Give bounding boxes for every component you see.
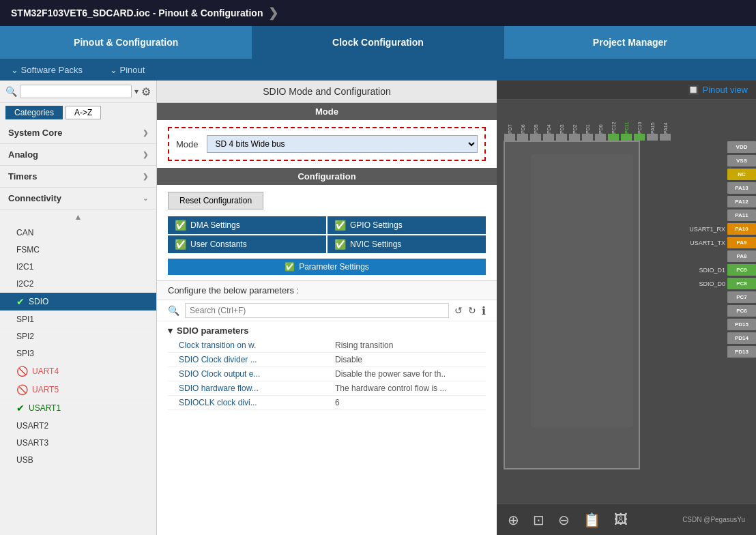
check-icon: ✅ bbox=[334, 239, 346, 250]
sidebar-item-i2c2[interactable]: I2C2 bbox=[0, 276, 156, 293]
expand-icon[interactable]: ▲ bbox=[0, 209, 156, 225]
screenshot-icon[interactable]: 🖼 bbox=[614, 512, 628, 527]
pin-row-vdd: VDD bbox=[689, 141, 756, 154]
settings-grid: ✅ DMA Settings ✅ GPIO Settings ✅ User Co… bbox=[168, 216, 486, 253]
tab-pinout[interactable]: Pinout & Configuration bbox=[0, 26, 252, 59]
title-text: STM32F103VET6_SDCARD.ioc - Pinout & Conf… bbox=[11, 8, 263, 18]
sidebar-search-bar: 🔍 ▾ ⚙ bbox=[0, 81, 156, 103]
sidebar-item-usart1[interactable]: ✔ USART1 bbox=[0, 399, 156, 418]
info-icon[interactable]: ℹ bbox=[482, 304, 486, 317]
pinout-toolbar: ⊕ ⊡ ⊖ 📋 🖼 CSDN @PegasusYu bbox=[497, 504, 756, 535]
sidebar-item-usb[interactable]: USB bbox=[0, 452, 156, 469]
nvic-settings-button[interactable]: ✅ NVIC Settings bbox=[328, 235, 486, 253]
sidebar-item-usart1-label: USART1 bbox=[29, 403, 61, 413]
gpio-settings-button[interactable]: ✅ GPIO Settings bbox=[328, 216, 486, 234]
sdio-params-section: ▾ SDIO parameters Clock transition on w.… bbox=[157, 321, 497, 414]
sidebar-item-sdio[interactable]: ✔ SDIO bbox=[0, 293, 156, 311]
refresh2-icon[interactable]: ↻ bbox=[468, 305, 476, 316]
sidebar-section-analog[interactable]: Analog ❯ bbox=[0, 144, 156, 166]
collapse-icon: ▾ bbox=[168, 326, 173, 336]
pinout-nav[interactable]: ⌄ Pinout bbox=[110, 65, 145, 75]
sidebar-section-connectivity[interactable]: Connectivity ⌄ bbox=[0, 188, 156, 209]
gear-icon[interactable]: ⚙ bbox=[141, 85, 151, 98]
sidebar-section-systemcore[interactable]: System Core ❯ bbox=[0, 122, 156, 144]
tab-clock[interactable]: Clock Configuration bbox=[252, 26, 504, 59]
pin-row-pc9: SDIO_D1 PC9 bbox=[689, 263, 756, 276]
pin-row-pa13: PA13 bbox=[689, 182, 756, 194]
pin-row-pa10: USART1_RX PA10 bbox=[689, 222, 756, 235]
sidebar-item-usart3-label: USART3 bbox=[16, 438, 48, 448]
export-icon[interactable]: 📋 bbox=[583, 512, 600, 528]
chevron-icon: ❯ bbox=[143, 151, 148, 158]
param-row-1: SDIO Clock divider ... Disable bbox=[168, 353, 486, 367]
chevron-icon: ❯ bbox=[143, 173, 148, 180]
pin-row-pc8: SDIO_D0 PC8 bbox=[689, 277, 756, 290]
reset-config-button[interactable]: Reset Configuration bbox=[168, 192, 263, 209]
tab-project[interactable]: Project Manager bbox=[504, 26, 756, 59]
sidebar: 🔍 ▾ ⚙ Categories A->Z System Core ❯ Anal… bbox=[0, 81, 157, 535]
pinout-header[interactable]: 🔲 Pinout view bbox=[497, 81, 756, 100]
sidebar-item-usart2-label: USART2 bbox=[16, 421, 48, 431]
pin-row-pa12: PA12 bbox=[689, 195, 756, 208]
zoom-out-icon[interactable]: ⊖ bbox=[558, 512, 570, 528]
sidebar-item-usart2[interactable]: USART2 bbox=[0, 418, 156, 435]
pin-label-pa10: USART1_RX bbox=[689, 226, 725, 233]
software-packs-nav[interactable]: ⌄ Software Packs bbox=[11, 65, 83, 75]
pin-box-nc: NC bbox=[727, 169, 756, 180]
sidebar-section-analog-label: Analog bbox=[8, 149, 38, 160]
sidebar-tab-categories[interactable]: Categories bbox=[5, 106, 63, 119]
tab-project-label: Project Manager bbox=[593, 37, 667, 48]
sidebar-tabs: Categories A->Z bbox=[0, 103, 156, 122]
pin-box-pa12: PA12 bbox=[727, 196, 756, 207]
pin-box-pc7: PC7 bbox=[727, 291, 756, 303]
tab-clock-label: Clock Configuration bbox=[332, 37, 424, 48]
content-title: SDIO Mode and Configuration bbox=[157, 81, 497, 103]
param-row-4: SDIOCLK clock divi... 6 bbox=[168, 396, 486, 410]
fit-icon[interactable]: ⊡ bbox=[533, 512, 544, 528]
parameter-settings-button[interactable]: ✅ Parameter Settings bbox=[168, 259, 486, 275]
sidebar-item-fsmc[interactable]: FSMC bbox=[0, 242, 156, 259]
sidebar-item-uart5[interactable]: 🚫 UART5 bbox=[0, 381, 156, 399]
sidebar-tab-atoz[interactable]: A->Z bbox=[66, 106, 101, 119]
chevron-icon: ❯ bbox=[143, 129, 148, 136]
sidebar-item-spi3[interactable]: SPI3 bbox=[0, 345, 156, 362]
pin-box-pa8: PA8 bbox=[727, 250, 756, 262]
refresh-icon[interactable]: ↺ bbox=[454, 305, 463, 316]
check-icon: ✅ bbox=[175, 239, 186, 250]
zoom-in-icon[interactable]: ⊕ bbox=[508, 512, 519, 528]
toolbar-icons: ⊕ ⊡ ⊖ 📋 🖼 bbox=[508, 512, 628, 528]
search-input[interactable] bbox=[20, 85, 132, 98]
pin-row-pa8: PA8 bbox=[689, 250, 756, 263]
pin-box-pa13: PA13 bbox=[727, 182, 756, 194]
secondary-navbar: ⌄ Software Packs ⌄ Pinout bbox=[0, 59, 756, 81]
sidebar-item-spi1[interactable]: SPI1 bbox=[0, 311, 156, 328]
sidebar-item-can-label: CAN bbox=[16, 228, 33, 237]
sidebar-item-uart4[interactable]: 🚫 UART4 bbox=[0, 362, 156, 381]
check-icon: ✅ bbox=[285, 262, 295, 272]
user-constants-button[interactable]: ✅ User Constants bbox=[168, 235, 326, 253]
sidebar-item-can[interactable]: CAN bbox=[0, 225, 156, 242]
config-section: Configuration Reset Configuration ✅ DMA … bbox=[157, 168, 497, 275]
dma-settings-button[interactable]: ✅ DMA Settings bbox=[168, 216, 326, 234]
pin-box-pa10: PA10 bbox=[727, 223, 756, 235]
sidebar-item-spi2[interactable]: SPI2 bbox=[0, 328, 156, 345]
sidebar-item-spi3-label: SPI3 bbox=[16, 349, 34, 358]
pin-box-pc9: PC9 bbox=[727, 264, 756, 276]
sidebar-section-timers[interactable]: Timers ❯ bbox=[0, 166, 156, 188]
params-search-input[interactable] bbox=[185, 303, 449, 318]
pin-box-pc6: PC6 bbox=[727, 305, 756, 317]
sidebar-item-spi2-label: SPI2 bbox=[16, 332, 34, 341]
sdio-params-header[interactable]: ▾ SDIO parameters bbox=[168, 326, 486, 336]
pin-box-pd15: PD15 bbox=[727, 319, 756, 330]
sidebar-item-usart3[interactable]: USART3 bbox=[0, 435, 156, 452]
pin-row-pd14: PD14 bbox=[689, 332, 756, 345]
dropdown-arrow-icon: ▾ bbox=[134, 87, 139, 96]
watermark: CSDN @PegasusYu bbox=[682, 516, 745, 523]
pin-box-pd13: PD13 bbox=[727, 346, 756, 358]
mode-select[interactable]: SD 4 bits Wide bus Disable SD 1 bit MMC … bbox=[207, 135, 478, 153]
pin-label-pc8: SDIO_D0 bbox=[699, 280, 725, 287]
pin-row-nc: NC bbox=[689, 168, 756, 181]
tab-pinout-label: Pinout & Configuration bbox=[74, 37, 178, 48]
sidebar-item-i2c1[interactable]: I2C1 bbox=[0, 259, 156, 276]
check-icon: ✅ bbox=[175, 220, 186, 231]
